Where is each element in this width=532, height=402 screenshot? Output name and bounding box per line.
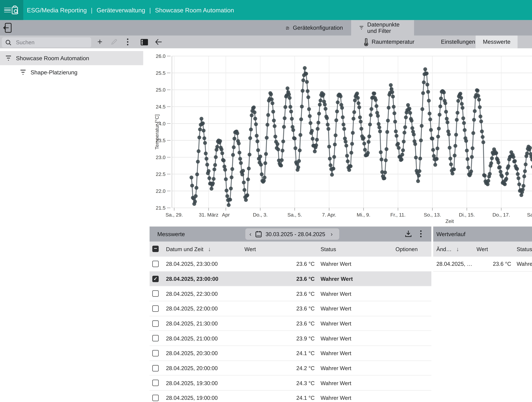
datapoint-title: Raumtemperatur (356, 36, 422, 48)
tab-einstellungen[interactable]: Einstellungen (434, 36, 482, 48)
cell-value: 24.1 °C (264, 390, 315, 402)
svg-text:Di., 15.: Di., 15. (459, 212, 475, 218)
breadcrumb-section[interactable]: Geräteverwaltung (97, 6, 145, 13)
wertverlauf-row[interactable]: 28.04.2025, …23.6 °CWahrer WertGerätUrsp… (433, 257, 532, 271)
row-checkbox[interactable] (152, 350, 159, 356)
row-checkbox[interactable]: ✓ (152, 276, 159, 282)
edit-pencil-icon[interactable] (108, 36, 120, 48)
svg-text:Fr., 11.: Fr., 11. (390, 212, 405, 218)
cell-datetime: 28.04.2025, 22:00:00 (166, 301, 244, 316)
tab-datenpunkte-und-filter[interactable]: Datenpunkte und Filter (351, 20, 414, 36)
breadcrumb-separator: | (91, 6, 92, 13)
row-checkbox[interactable] (152, 335, 159, 341)
row-checkbox[interactable] (152, 261, 159, 267)
temperature-chart[interactable]: 21.522.022.523.023.524.024.525.025.526.0… (150, 48, 532, 226)
cell-status: Wahrer Wert (321, 390, 389, 402)
column-wert[interactable]: Wert (244, 242, 256, 257)
cell-datetime: 28.04.2025, 20:30:00 (166, 346, 244, 361)
tree-item-shape-platzierung[interactable]: Shape-Platzierung (0, 65, 143, 79)
messwerte-row[interactable]: 28.04.2025, 19:30:0024.3 °CWahrer Wert (150, 376, 431, 390)
messwerte-row[interactable]: 28.04.2025, 19:00:0024.1 °CWahrer Wert (150, 390, 431, 402)
table-options-kebab-icon[interactable] (420, 230, 422, 239)
row-checkbox[interactable] (152, 365, 159, 371)
select-all-checkbox[interactable]: − (152, 246, 159, 252)
messwerte-row[interactable]: 28.04.2025, 21:00:0023.9 °CWahrer Wert (150, 331, 431, 346)
column-status[interactable]: Status (321, 242, 336, 257)
column-optionen: Optionen (391, 242, 418, 257)
svg-text:31. März: 31. März (199, 212, 218, 218)
date-range-value: 30.03.2025 - 28.04.2025 (266, 231, 325, 237)
cell-value: 24.2 °C (264, 361, 315, 376)
filter-icon (6, 55, 11, 61)
tab-label: Gerätekonfiguration (293, 25, 343, 31)
row-checkbox[interactable] (152, 305, 159, 312)
messwerte-row[interactable]: 28.04.2025, 22:30:0023.6 °CWahrer Wert (150, 286, 431, 301)
row-checkbox[interactable] (152, 320, 159, 327)
screen: ESG/Media Reporting | Geräteverwaltung |… (0, 0, 532, 402)
column-status[interactable]: Status (517, 242, 532, 257)
row-checkbox[interactable] (152, 395, 159, 401)
tab-geraetekonfiguration[interactable]: Gerätekonfiguration (278, 20, 351, 36)
breadcrumb-app[interactable]: ESG/Media Reporting (27, 6, 87, 13)
messwerte-row[interactable]: 28.04.2025, 23:30:0023.6 °CWahrer Wert (150, 257, 431, 271)
sort-desc-icon[interactable]: ↓ (456, 246, 459, 252)
svg-text:25.5: 25.5 (156, 70, 165, 76)
cell-status: Wahrer Wert (321, 286, 389, 301)
more-options-kebab-icon[interactable] (123, 36, 132, 48)
svg-text:Sa., 5.: Sa., 5. (287, 212, 302, 218)
cell-status: Wahrer Wert (517, 257, 532, 271)
cell-value: 23.6 °C (264, 286, 315, 301)
panel-title: Wertverlauf (436, 231, 465, 237)
cell-value: 23.6 °C (264, 271, 315, 286)
svg-text:Do., 17.: Do., 17. (493, 212, 510, 218)
breadcrumb: ESG/Media Reporting | Geräteverwaltung |… (27, 0, 234, 20)
cell-datetime: 28.04.2025, 19:00:00 (166, 390, 244, 402)
filter-icon (20, 69, 26, 75)
cell-status: Wahrer Wert (321, 301, 389, 316)
messwerte-row[interactable]: 28.04.2025, 20:00:0024.2 °CWahrer Wert (150, 361, 431, 376)
messwerte-row[interactable]: ✓28.04.2025, 23:00:0023.6 °CWahrer Wert (150, 271, 431, 286)
search-box[interactable] (2, 37, 91, 47)
cell-value: 23.9 °C (264, 331, 315, 346)
column-datum-und-zeit[interactable]: Datum und Zeit↓ (166, 242, 211, 257)
main-tab-bar (0, 20, 532, 36)
column-aenderung[interactable]: Änd…↓ (436, 242, 459, 257)
date-range-picker[interactable]: ‹ 30.03.2025 - 28.04.2025 › (245, 228, 339, 240)
tab-label: Datenpunkte und Filter (367, 21, 406, 34)
cell-status: Wahrer Wert (321, 361, 389, 376)
search-icon (6, 39, 11, 45)
download-icon[interactable] (405, 230, 412, 239)
tree-item-label: Shape-Platzierung (31, 69, 77, 75)
tab-messwerte[interactable]: Messwerte (476, 36, 518, 48)
messwerte-row[interactable]: 28.04.2025, 20:30:0024.1 °CWahrer Wert (150, 346, 431, 361)
svg-text:23.0: 23.0 (156, 155, 165, 160)
svg-text:22.5: 22.5 (156, 171, 165, 177)
back-arrow-icon[interactable] (153, 36, 163, 48)
cell-datetime: 28.04.2025, 21:30:00 (166, 316, 244, 331)
cell-value: 24.1 °C (264, 346, 315, 361)
column-wert[interactable]: Wert (477, 242, 488, 257)
row-checkbox[interactable] (152, 290, 159, 297)
next-range-chevron-icon[interactable]: › (331, 231, 333, 238)
tree-item-showcase-room-automation[interactable]: Showcase Room Automation (0, 51, 143, 65)
cell-status: Wahrer Wert (321, 331, 389, 346)
add-button[interactable]: + (94, 36, 105, 48)
breadcrumb-separator: | (149, 6, 151, 13)
cell-status: Wahrer Wert (321, 271, 389, 286)
panel-layout-toggle-icon[interactable] (139, 36, 149, 48)
messwerte-row[interactable]: 28.04.2025, 22:00:0023.6 °CWahrer Wert (150, 301, 431, 316)
messwerte-row[interactable]: 28.04.2025, 21:30:0023.6 °CWahrer Wert (150, 316, 431, 331)
cell-datetime: 28.04.2025, 23:00:00 (166, 271, 244, 286)
breadcrumb-current: Showcase Room Automation (155, 6, 234, 13)
prev-range-chevron-icon[interactable]: ‹ (249, 231, 251, 238)
sort-desc-icon[interactable]: ↓ (208, 246, 211, 252)
hamburger-menu-icon[interactable] (4, 7, 11, 13)
cell-status: Wahrer Wert (321, 346, 389, 361)
top-bar-left (0, 0, 23, 20)
row-checkbox[interactable] (152, 380, 159, 386)
search-input[interactable] (15, 39, 85, 46)
svg-text:Do., 3.: Do., 3. (253, 212, 268, 218)
collapse-panel-icon[interactable] (3, 23, 12, 35)
device-search-icon[interactable] (11, 6, 19, 15)
wertverlauf-column-header: Änd…↓ Wert Status Quelle Benutzer Kommen… (433, 242, 532, 257)
